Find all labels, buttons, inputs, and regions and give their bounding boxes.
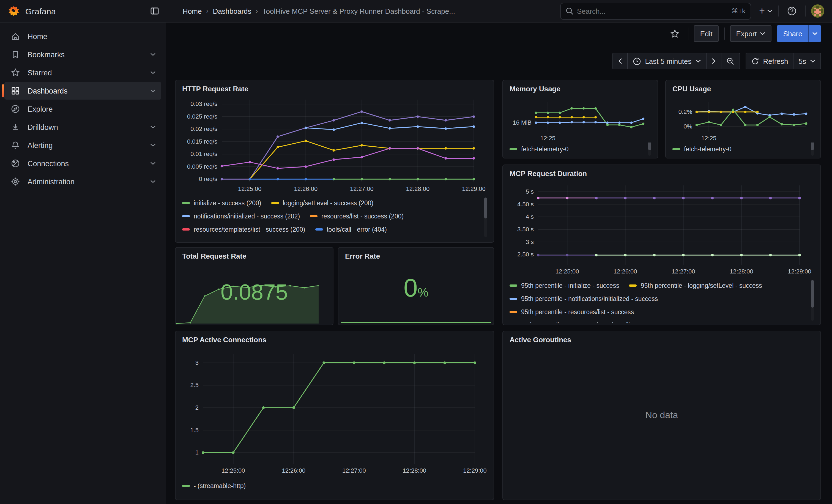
- sidebar-item-drilldown[interactable]: Drilldown: [4, 118, 161, 136]
- grafana-logo-icon[interactable]: [8, 5, 20, 17]
- share-menu-chevron[interactable]: [808, 25, 821, 42]
- edit-button[interactable]: Edit: [694, 25, 719, 42]
- legend-item[interactable]: resources/templates/list - success (200): [182, 226, 305, 233]
- legend-item[interactable]: fetch-telemetry-0: [672, 146, 732, 152]
- legend-scrollbar-thumb[interactable]: [811, 142, 814, 150]
- refresh-interval-picker[interactable]: 5s: [793, 53, 821, 69]
- legend-item[interactable]: 95th percentile - notifications/initiali…: [510, 295, 658, 302]
- sidebar-item-label: Alerting: [27, 141, 53, 150]
- legend-color-pill: [510, 148, 517, 150]
- cpu-usage-legend: fetch-telemetry-0: [672, 142, 814, 157]
- legend-item[interactable]: 95th percentile - initialize - success: [510, 282, 619, 289]
- sidebar-item-starred[interactable]: Starred: [4, 64, 161, 81]
- help-icon[interactable]: [784, 3, 800, 19]
- http-request-rate-chart[interactable]: 0 req/s0.005 req/s0.01 req/s0.015 req/s0…: [181, 95, 488, 195]
- svg-text:1: 1: [196, 449, 199, 456]
- sidebar-item-label: Drilldown: [27, 123, 58, 131]
- panel-title[interactable]: MCP Active Connections: [176, 331, 494, 346]
- sidebar-item-explore[interactable]: Explore: [4, 100, 161, 118]
- legend-scrollbar-thumb[interactable]: [811, 280, 814, 308]
- zoom-out-button[interactable]: [721, 53, 740, 69]
- cpu-usage-chart[interactable]: 0.2%0%12:25: [671, 95, 815, 141]
- new-button[interactable]: +: [759, 6, 773, 16]
- panel-title[interactable]: Active Goroutines: [503, 331, 821, 346]
- svg-text:2: 2: [196, 404, 199, 411]
- legend-item[interactable]: 95th percentile - resources/list - succe…: [510, 309, 634, 315]
- legend-scrollbar-thumb[interactable]: [648, 142, 651, 150]
- search-shortcut: ⌘+k: [732, 7, 745, 15]
- share-split-button: Share: [777, 25, 821, 42]
- sidebar-item-connections[interactable]: Connections: [4, 155, 161, 172]
- http-request-rate-legend: initialize - success (200)logging/setLev…: [182, 196, 487, 239]
- breadcrumb-home[interactable]: Home: [183, 7, 202, 15]
- chevron-down-icon[interactable]: [150, 89, 156, 92]
- refresh-label: Refresh: [763, 57, 788, 65]
- sidebar-toggle-icon[interactable]: [150, 6, 160, 16]
- drilldown-icon: [10, 122, 21, 132]
- sidebar-item-home[interactable]: Home: [4, 27, 161, 45]
- legend-item[interactable]: resources/list - success (200): [310, 213, 404, 219]
- memory-usage-chart[interactable]: 16 MiB12:25: [509, 95, 652, 141]
- home-icon: [10, 31, 21, 41]
- legend-item[interactable]: 95th percentile - resources/templates/li…: [510, 322, 663, 323]
- chevron-down-icon[interactable]: [150, 162, 156, 165]
- chevron-down-icon[interactable]: [150, 71, 156, 74]
- total-request-rate-sparkline[interactable]: [176, 280, 319, 324]
- legend-item[interactable]: - (streamable-http): [182, 482, 246, 489]
- legend-item[interactable]: logging/setLevel - success (200): [271, 200, 373, 206]
- sidebar-item-dashboards[interactable]: Dashboards: [4, 82, 161, 100]
- user-avatar[interactable]: [811, 4, 824, 18]
- legend-item[interactable]: initialize - success (200): [182, 200, 261, 206]
- share-button[interactable]: Share: [777, 25, 808, 42]
- panel-title[interactable]: MCP Request Duration: [503, 165, 821, 180]
- sidebar-item-bookmarks[interactable]: Bookmarks: [4, 46, 161, 63]
- chevron-down-icon[interactable]: [150, 143, 156, 147]
- time-shift-forward-button[interactable]: [706, 53, 721, 69]
- panel-title[interactable]: CPU Usage: [666, 80, 821, 95]
- panel-title[interactable]: Total Request Rate: [176, 247, 333, 262]
- panel-http-request-rate: HTTP Request Rate 0 req/s0.005 req/s0.01…: [175, 80, 494, 243]
- chevron-down-icon[interactable]: [150, 126, 156, 129]
- sidebar-item-label: Dashboards: [27, 87, 68, 95]
- legend-color-pill: [629, 285, 637, 287]
- chevron-down-icon[interactable]: [150, 180, 156, 183]
- error-rate-sparkline[interactable]: [341, 293, 491, 324]
- favorite-star-icon[interactable]: [667, 26, 683, 41]
- panel-title[interactable]: Memory Usage: [503, 80, 657, 95]
- legend-color-pill: [182, 228, 190, 231]
- time-shift-back-button[interactable]: [613, 53, 628, 69]
- export-button[interactable]: Export: [730, 25, 772, 42]
- time-controls: Last 5 minutes Refresh 5s: [613, 53, 821, 69]
- svg-text:4.50 s: 4.50 s: [517, 201, 534, 208]
- legend-item[interactable]: notifications/initialized - success (202…: [182, 213, 300, 219]
- legend-item[interactable]: fetch-telemetry-0: [510, 146, 569, 152]
- compass-icon: [10, 104, 21, 114]
- mcp-active-connections-chart[interactable]: 11.522.5312:25:0012:26:0012:27:0012:28:0…: [181, 346, 488, 478]
- legend-scrollbar-thumb[interactable]: [484, 197, 487, 218]
- refresh-button[interactable]: Refresh: [745, 53, 794, 69]
- svg-text:12:28:00: 12:28:00: [406, 185, 430, 192]
- svg-text:12:29:00: 12:29:00: [788, 268, 811, 275]
- refresh-interval-label: 5s: [799, 57, 806, 65]
- panel-title[interactable]: HTTP Request Rate: [176, 80, 494, 95]
- breadcrumb-dashboards[interactable]: Dashboards: [213, 7, 251, 15]
- chevron-down-icon[interactable]: [150, 53, 156, 56]
- panel-cpu-usage: CPU Usage 0.2%0%12:25 fetch-telemetry-0: [665, 80, 821, 158]
- panel-title[interactable]: Error Rate: [338, 247, 494, 262]
- search-field[interactable]: [574, 7, 732, 15]
- sidebar-item-alerting[interactable]: Alerting: [4, 136, 161, 154]
- svg-text:12:25:00: 12:25:00: [222, 467, 245, 474]
- mcp-request-duration-chart[interactable]: 2.50 s3 s3.50 s4 s4.50 s5 s12:25:0012:26…: [509, 180, 815, 278]
- legend-row: 95th percentile - initialize - success95…: [510, 279, 814, 292]
- time-range-picker[interactable]: Last 5 minutes: [627, 53, 706, 69]
- legend-item[interactable]: tools/call - error (404): [315, 226, 387, 233]
- divider: [724, 27, 724, 39]
- legend-color-pill: [510, 298, 517, 300]
- search-input[interactable]: ⌘+k: [561, 2, 751, 20]
- legend-item[interactable]: 95th percentile - logging/setLevel - suc…: [629, 282, 762, 289]
- divider: [805, 5, 806, 17]
- breadcrumb: Home › Dashboards › ToolHive MCP Server …: [166, 7, 561, 15]
- panel-mcp-active-connections: MCP Active Connections 11.522.5312:25:00…: [175, 331, 494, 500]
- sidebar-item-label: Home: [27, 32, 47, 41]
- sidebar-item-administration[interactable]: Administration: [4, 173, 161, 190]
